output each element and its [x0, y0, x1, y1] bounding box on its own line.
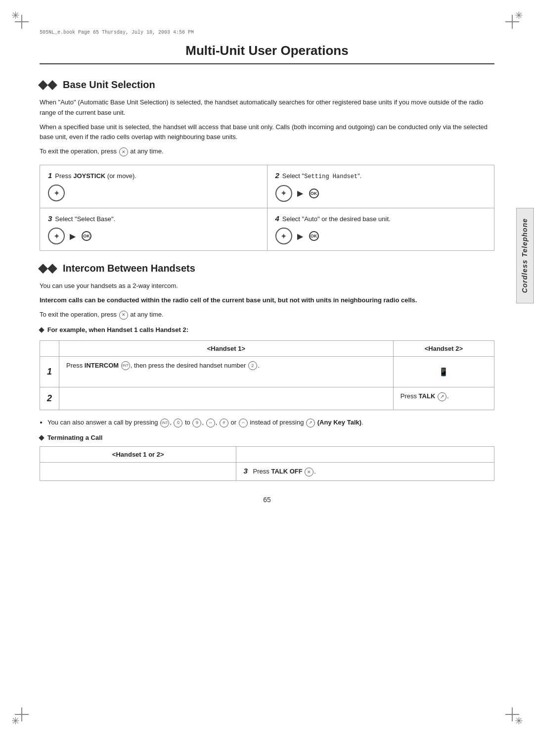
step-1-content: Press JOYSTICK (or move). [55, 171, 136, 181]
intercom-table: <Handset 1> <Handset 2> 1 Press INTERCOM… [40, 340, 494, 410]
exit-button-icon-2: ✕ [119, 311, 128, 320]
joystick-icon-4: ✦ [275, 228, 292, 244]
bullet-list: You can also answer a call by pressing I… [47, 417, 494, 428]
steps-grid: 1 Press JOYSTICK (or move). ✦ 2 Select [40, 165, 494, 251]
step-1-cell: 1 Press JOYSTICK (or move). ✦ [40, 165, 267, 208]
step-3-label: 3 [48, 214, 52, 223]
exit-text-2: To exit the operation, press ✕ at any ti… [40, 310, 494, 320]
row-2-num: 2 [40, 387, 59, 410]
nine-btn: 9 [192, 419, 201, 427]
joystick-icon-3: ✦ [48, 228, 65, 244]
diamond-3 [38, 264, 48, 274]
step-1-icons: ✦ [48, 185, 259, 201]
term-row: 3 Press TALK OFF ✕. [40, 463, 494, 481]
step-1-label: 1 [48, 171, 52, 180]
term-col1-header: <Handset 1 or 2> [40, 447, 236, 463]
row-1-col2: 📱 [393, 356, 494, 387]
talk-icon: ↗ [438, 392, 446, 401]
arrow-btn: ↔ [206, 419, 215, 427]
re-btn: ↔ [239, 419, 248, 427]
intercom-para2: Intercom calls can be conducted within t… [40, 295, 494, 306]
row-1-col1: Press INTERCOM INT, then press the desir… [59, 356, 394, 387]
ok-button-3: OK [82, 231, 91, 241]
steps-row-1: 1 Press JOYSTICK (or move). ✦ 2 Select [40, 165, 494, 208]
ok-button-2: OK [309, 189, 319, 198]
intercom-diamonds [40, 265, 57, 272]
terminating-table: <Handset 1 or 2> 3 Press TALK OFF ✕. [40, 446, 494, 481]
int-btn2: INT [160, 419, 169, 427]
table-num-header [40, 340, 59, 356]
page-number: 65 [40, 496, 494, 504]
diamond-2 [47, 80, 57, 90]
joystick-icon-2: ✦ [275, 185, 292, 202]
step-4-label: 4 [275, 214, 279, 223]
page-title: Multi-Unit User Operations [40, 43, 494, 64]
base-unit-para1: When "Auto" (Automatic Base Unit Selecti… [40, 97, 494, 118]
term-col2-header [236, 447, 494, 463]
bullet-item: You can also answer a call by pressing I… [47, 417, 494, 428]
step-3-content: Select "Select Base". [55, 214, 115, 224]
talk-off-icon: ✕ [305, 468, 313, 476]
sub-diamond [39, 327, 44, 332]
term-col2: 3 Press TALK OFF ✕. [236, 463, 494, 481]
hash-btn: # [220, 419, 228, 427]
term-heading: Terminating a Call [40, 434, 494, 441]
step-3-cell: 3 Select "Select Base". ✦ ▶ OK [40, 208, 267, 251]
step-4-content: Select "Auto" or the desired base unit. [282, 214, 391, 224]
int-button: INT [121, 361, 130, 370]
base-unit-para2: When a specified base unit is selected, … [40, 122, 494, 143]
num2-button: 2 [248, 361, 257, 370]
step-3-icons: ✦ ▶ OK [48, 228, 259, 244]
intercom-para1: You can use your handsets as a 2-way int… [40, 281, 494, 291]
table-row-2: 2 Press TALK ↗. [40, 387, 494, 410]
step-2-content: Select "Setting Handset". [282, 171, 362, 181]
crosshair-br [505, 708, 519, 721]
example-heading: For example, when Handset 1 calls Handse… [40, 326, 494, 333]
intercom-heading: Intercom Between Handsets [40, 263, 494, 274]
arrow-3: ▶ [70, 232, 76, 241]
arrow-4: ▶ [297, 232, 303, 241]
arrow-2: ▶ [297, 189, 303, 198]
any-key-btn: ↗ [306, 419, 315, 427]
signal-icon: 📱 [439, 366, 448, 378]
table-row-1: 1 Press INTERCOM INT, then press the des… [40, 356, 494, 387]
handset2-header: <Handset 2> [393, 340, 494, 356]
row-2-col2: Press TALK ↗. [393, 387, 494, 410]
steps-row-2: 3 Select "Select Base". ✦ ▶ OK 4 [40, 208, 494, 251]
step-2-cell: 2 Select "Setting Handset". ✦ ▶ OK [267, 165, 494, 208]
term-diamond [39, 435, 44, 441]
ok-button-4: OK [309, 231, 319, 241]
crosshair-bl [15, 708, 29, 721]
step-4-cell: 4 Select "Auto" or the desired base unit… [267, 208, 494, 251]
row-2-col1 [59, 387, 394, 410]
row-1-num: 1 [40, 356, 59, 387]
step-4-icons: ✦ ▶ OK [275, 228, 487, 244]
term-col1 [40, 463, 236, 481]
diamond-1 [38, 80, 48, 90]
file-info: 505NL_e.book Page 65 Thursday, July 10, … [40, 30, 494, 35]
joystick-icon-1: ✦ [48, 185, 65, 201]
intercom-section: Intercom Between Handsets You can use yo… [40, 263, 494, 480]
diamond-icons [40, 82, 57, 89]
handset1-header: <Handset 1> [59, 340, 394, 356]
step-2-icons: ✦ ▶ OK [275, 185, 487, 202]
diamond-4 [47, 264, 57, 274]
exit-button-icon: ✕ [119, 147, 128, 156]
base-unit-heading: Base Unit Selection [40, 79, 494, 91]
base-unit-section: Base Unit Selection When "Auto" (Automat… [40, 79, 494, 251]
step-2-label: 2 [275, 171, 279, 180]
zero-btn: 0 [174, 419, 182, 427]
exit-text-1: To exit the operation, press ✕ at any ti… [40, 146, 494, 157]
